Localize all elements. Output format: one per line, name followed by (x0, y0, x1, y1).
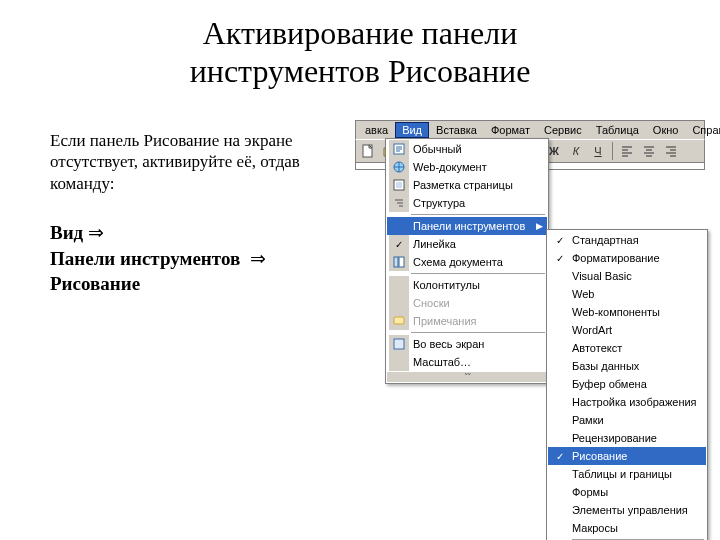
tb-wordart[interactable]: WordArt (548, 321, 706, 339)
menu-window[interactable]: Окно (646, 122, 686, 138)
menu-insert[interactable]: Вставка (429, 122, 484, 138)
view-normal[interactable]: Обычный (387, 140, 547, 158)
menu-label: Форматирование (572, 252, 660, 264)
blank-icon (552, 339, 568, 357)
slide-title: Активирование панели инструментов Рисова… (0, 0, 720, 99)
menu-label: Структура (413, 197, 465, 209)
title-line-2: инструментов Рисование (190, 53, 531, 89)
tb-picture[interactable]: Настройка изображения (548, 393, 706, 411)
menu-label: Автотекст (572, 342, 622, 354)
check-icon: ✓ (552, 447, 568, 465)
web-icon (389, 158, 409, 176)
view-zoom[interactable]: Масштаб… (387, 353, 547, 371)
menu-label: Рамки (572, 414, 604, 426)
menu-label: Базы данных (572, 360, 639, 372)
tb-macros[interactable]: Макросы (548, 519, 706, 537)
toolbars-submenu: ✓Стандартная ✓Форматирование Visual Basi… (546, 229, 708, 540)
menu-edit[interactable]: авка (358, 122, 395, 138)
tb-formatting[interactable]: ✓Форматирование (548, 249, 706, 267)
tb-controls[interactable]: Элементы управления (548, 501, 706, 519)
svg-rect-6 (399, 257, 404, 267)
new-doc-icon[interactable] (358, 141, 378, 161)
tb-standard[interactable]: ✓Стандартная (548, 231, 706, 249)
blank-icon (552, 501, 568, 519)
view-dropdown: Обычный Web-документ Разметка страницы С… (385, 138, 549, 384)
path-step-2: Панели инструментов (50, 248, 240, 269)
menu-table[interactable]: Таблица (589, 122, 646, 138)
layout-icon (389, 176, 409, 194)
body-text: Если панель Рисование на экране отсутств… (50, 130, 340, 194)
blank-icon (552, 519, 568, 537)
menu-format[interactable]: Формат (484, 122, 537, 138)
svg-rect-5 (394, 257, 398, 267)
align-left-icon[interactable] (617, 141, 637, 161)
menu-view[interactable]: Вид (395, 122, 429, 138)
command-path: Вид ⇒ Панели инструментов ⇒ Рисование (50, 220, 350, 297)
blank-icon (552, 429, 568, 447)
check-icon: ✓ (552, 231, 568, 249)
blank-icon (552, 465, 568, 483)
tb-tables[interactable]: Таблицы и границы (548, 465, 706, 483)
blank-icon (552, 411, 568, 429)
menu-label: Web-документ (413, 161, 487, 173)
blank-icon (389, 217, 409, 235)
underline-button[interactable]: Ч (588, 141, 608, 161)
tb-visualbasic[interactable]: Visual Basic (548, 267, 706, 285)
blank-icon (389, 276, 409, 294)
menu-label: Линейка (413, 238, 456, 250)
menu-help[interactable]: Справка (685, 122, 720, 138)
view-toolbars[interactable]: Панели инструментов ▶ (387, 217, 547, 235)
view-layout[interactable]: Разметка страницы (387, 176, 547, 194)
tb-forms[interactable]: Формы (548, 483, 706, 501)
blank-icon (552, 285, 568, 303)
menu-label: Настройка изображения (572, 396, 697, 408)
tb-frames[interactable]: Рамки (548, 411, 706, 429)
menu-label: Макросы (572, 522, 618, 534)
menu-tools[interactable]: Сервис (537, 122, 589, 138)
menu-label: WordArt (572, 324, 612, 336)
view-fullscreen[interactable]: Во весь экран (387, 335, 547, 353)
view-ruler[interactable]: ✓ Линейка (387, 235, 547, 253)
tb-webcomponents[interactable]: Web-компоненты (548, 303, 706, 321)
tb-autotext[interactable]: Автотекст (548, 339, 706, 357)
check-icon: ✓ (552, 249, 568, 267)
menu-label: Разметка страницы (413, 179, 513, 191)
tb-clipboard[interactable]: Буфер обмена (548, 375, 706, 393)
menu-separator (411, 332, 545, 333)
italic-button[interactable]: К (566, 141, 586, 161)
tb-databases[interactable]: Базы данных (548, 357, 706, 375)
tb-drawing[interactable]: ✓Рисование (548, 447, 706, 465)
menu-label: Рецензирование (572, 432, 657, 444)
blank-icon (552, 303, 568, 321)
view-docmap[interactable]: Схема документа (387, 253, 547, 271)
menu-label: Буфер обмена (572, 378, 647, 390)
blank-icon (552, 483, 568, 501)
outline-icon (389, 194, 409, 212)
path-step-3: Рисование (50, 273, 140, 294)
view-headerfooter[interactable]: Колонтитулы (387, 276, 547, 294)
align-center-icon[interactable] (639, 141, 659, 161)
menu-label: Во весь экран (413, 338, 484, 350)
expand-menu-icon[interactable]: ˅˅ (387, 372, 547, 382)
blank-icon (552, 267, 568, 285)
menu-label: Рисование (572, 450, 627, 462)
view-comments: Примечания (387, 312, 547, 330)
align-right-icon[interactable] (661, 141, 681, 161)
check-icon: ✓ (389, 235, 409, 253)
menu-label: Visual Basic (572, 270, 632, 282)
tb-reviewing[interactable]: Рецензирование (548, 429, 706, 447)
fullscreen-icon (389, 335, 409, 353)
menu-label: Стандартная (572, 234, 639, 246)
tb-web[interactable]: Web (548, 285, 706, 303)
blank-icon (552, 357, 568, 375)
blank-icon (389, 353, 409, 371)
view-outline[interactable]: Структура (387, 194, 547, 212)
menu-label: Таблицы и границы (572, 468, 672, 480)
title-line-1: Активирование панели (203, 15, 518, 51)
submenu-arrow-icon: ▶ (536, 221, 543, 231)
menu-label: Web (572, 288, 594, 300)
menu-label: Схема документа (413, 256, 503, 268)
view-web[interactable]: Web-документ (387, 158, 547, 176)
blank-icon (552, 375, 568, 393)
menubar: авка Вид Вставка Формат Сервис Таблица О… (355, 120, 705, 139)
